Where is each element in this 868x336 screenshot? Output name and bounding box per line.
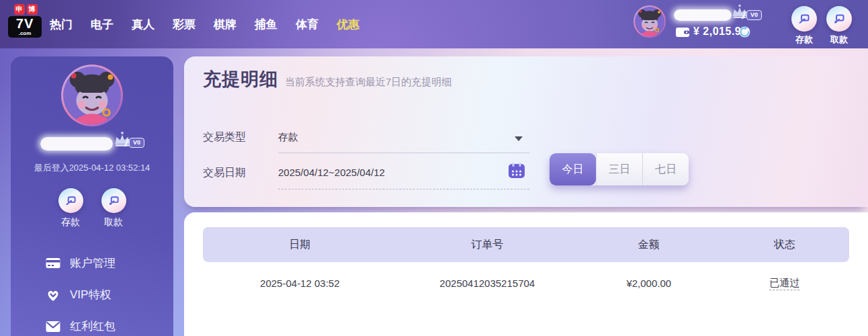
bank-card-icon	[46, 257, 60, 269]
nav-item-fishing[interactable]: 捕鱼	[255, 17, 277, 32]
sidebar-item-label: 红利红包	[70, 319, 116, 334]
column-header-amount: 金额	[578, 238, 720, 252]
sidebar-deposit-icon	[58, 188, 83, 213]
sidebar-avatar-illustration	[63, 67, 121, 124]
sidebar-item-bonus-redpacket[interactable]: 红利红包	[11, 310, 173, 336]
logo-badge-left: 申	[14, 4, 25, 15]
transaction-date-label: 交易日期	[203, 166, 246, 180]
sidebar-username-redacted	[40, 137, 113, 151]
range-button-7days[interactable]: 七日	[642, 153, 689, 185]
nav-item-sports[interactable]: 体育	[296, 17, 318, 32]
page: 申 博 7V .com 热门 电子 真人 彩票 棋牌 捕鱼 体育 优惠	[0, 0, 868, 336]
date-field-underline	[278, 189, 529, 190]
sidebar-menu: 账户管理 VIP特权 红利红包	[11, 247, 173, 336]
avatar-image	[635, 7, 664, 36]
range-button-3days[interactable]: 三日	[596, 153, 642, 185]
calendar-icon[interactable]	[508, 162, 525, 179]
deposit-icon	[791, 6, 817, 32]
deposit-label: 存款	[789, 34, 820, 46]
nav-item-cards[interactable]: 棋牌	[214, 17, 236, 32]
sidebar-avatar-image	[63, 67, 121, 124]
page-subtitle: 当前系统支持查询最近7日的充提明细	[285, 76, 451, 89]
cell-date: 2025-04-12 03:52	[203, 278, 397, 289]
records-panel: 日期 订单号 金额 状态 2025-04-12 03:52 2025041203…	[184, 212, 868, 336]
sidebar-item-label: VIP特权	[70, 287, 111, 302]
transaction-type-select[interactable]: 存款	[278, 131, 298, 144]
withdraw-icon	[826, 6, 852, 32]
refresh-balance-icon[interactable]	[738, 25, 752, 39]
sidebar-item-account-management[interactable]: 账户管理	[11, 247, 173, 279]
nav-item-lottery[interactable]: 彩票	[173, 17, 196, 32]
last-login-text: 最后登入2025-04-12 03:52:14	[11, 162, 173, 174]
topbar-withdraw-button[interactable]: 取款	[824, 6, 855, 46]
sidebar-item-vip-privileges[interactable]: VIP特权	[11, 279, 173, 310]
transaction-type-label: 交易类型	[203, 130, 246, 144]
logo-main: 7V .com	[8, 16, 42, 38]
red-envelope-icon	[46, 321, 60, 333]
sidebar-avatar[interactable]	[61, 65, 123, 126]
sidebar-vip-level-badge: V0	[129, 138, 144, 148]
topbar-deposit-button[interactable]: 存款	[789, 6, 820, 46]
cell-status: 已通过	[720, 277, 849, 290]
column-header-status: 状态	[720, 238, 849, 252]
column-header-order: 订单号	[397, 238, 578, 252]
sidebar-deposit-button[interactable]: 存款	[52, 188, 89, 228]
date-range-button-group: 今日 三日 七日	[550, 153, 689, 185]
site-logo[interactable]: 申 博 7V .com	[8, 4, 43, 38]
sidebar-withdraw-label: 取款	[95, 216, 132, 228]
type-field-underline	[278, 153, 529, 153]
topbar: 申 博 7V .com 热门 电子 真人 彩票 棋牌 捕鱼 体育 优惠	[0, 0, 868, 48]
nav-item-live[interactable]: 真人	[132, 17, 155, 32]
withdraw-label: 取款	[824, 34, 855, 46]
vip-gem-icon	[46, 288, 60, 302]
transaction-date-input[interactable]: 2025/04/12~2025/04/12	[278, 167, 385, 178]
nav-item-slots[interactable]: 电子	[91, 17, 114, 32]
panel-head: 充提明细 当前系统支持查询最近7日的充提明细	[203, 67, 451, 91]
sidebar-withdraw-button[interactable]: 取款	[95, 188, 132, 228]
chevron-down-icon[interactable]	[515, 136, 523, 141]
status-badge[interactable]: 已通过	[769, 277, 799, 290]
cell-order-number: 20250412035215704	[397, 278, 578, 289]
avatar-illustration	[635, 7, 664, 36]
filter-panel: 充提明细 当前系统支持查询最近7日的充提明细 交易类型 存款 交易日期 2025…	[184, 56, 868, 207]
logo-suffix: .com	[19, 31, 32, 36]
nav-item-hot[interactable]: 热门	[50, 17, 73, 32]
table-row: 2025-04-12 03:52 20250412035215704 ¥2,00…	[203, 262, 849, 304]
sidebar: V0 最后登入2025-04-12 03:52:14 存款 取款	[11, 56, 173, 336]
logo-badges: 申 博	[8, 4, 43, 15]
sidebar-withdraw-icon	[101, 188, 126, 213]
logo-text: 7V	[16, 17, 34, 30]
page-title: 充提明细	[203, 67, 278, 91]
wallet-icon	[675, 26, 691, 38]
nav-item-promos[interactable]: 优惠	[337, 17, 359, 32]
column-header-date: 日期	[203, 238, 397, 252]
user-avatar[interactable]	[634, 5, 666, 38]
table-header: 日期 订单号 金额 状态	[203, 227, 849, 262]
main-nav: 热门 电子 真人 彩票 棋牌 捕鱼 体育 优惠	[50, 0, 359, 48]
range-button-today[interactable]: 今日	[550, 153, 596, 185]
sidebar-deposit-label: 存款	[52, 216, 89, 228]
username-redacted	[674, 9, 732, 21]
logo-badge-right: 博	[27, 4, 38, 15]
sidebar-item-label: 账户管理	[70, 255, 116, 271]
cell-amount: ¥2,000.00	[578, 278, 720, 289]
vip-level-badge: V0	[746, 10, 762, 20]
